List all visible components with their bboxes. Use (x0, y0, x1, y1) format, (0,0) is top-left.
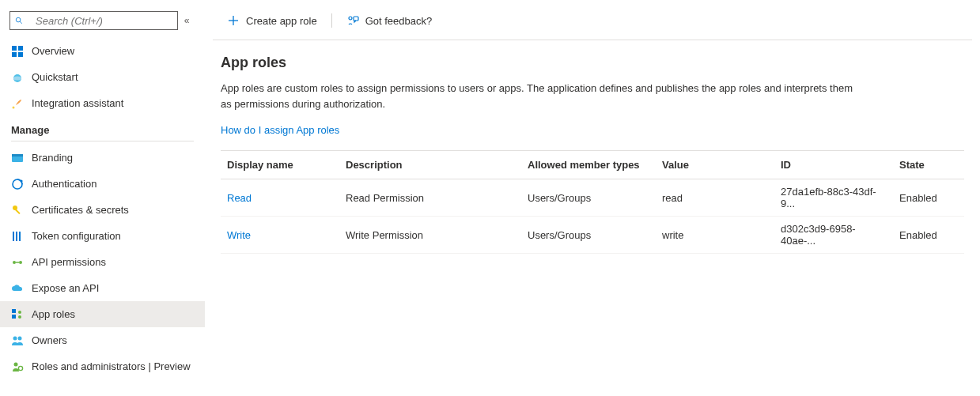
search-box[interactable] (9, 11, 178, 30)
svg-point-23 (18, 311, 21, 314)
sidebar: « Overview Quickstart Integration assist… (0, 0, 205, 396)
nav-label: Expose an API (32, 282, 99, 294)
svg-point-24 (18, 315, 21, 319)
table-row[interactable]: Write Write Permission Users/Groups writ… (221, 217, 964, 254)
table-row[interactable]: Read Read Permission Users/Groups read 2… (221, 179, 964, 217)
token-icon (11, 230, 24, 243)
nav-quickstart[interactable]: Quickstart (0, 64, 205, 90)
cell-state: Enabled (893, 217, 964, 254)
cell-id: d302c3d9-6958-40ae-... (774, 217, 893, 254)
cell-id: 27da1efb-88c3-43df-9... (774, 179, 893, 217)
cell-types: Users/Groups (521, 217, 656, 254)
svg-point-26 (18, 336, 22, 340)
th-value[interactable]: Value (656, 151, 774, 179)
feedback-icon (346, 14, 359, 27)
cell-name[interactable]: Write (221, 217, 339, 254)
toolbar: Create app role Got feedback? (213, 11, 972, 40)
svg-point-8 (13, 106, 15, 108)
svg-point-27 (14, 362, 18, 366)
svg-rect-32 (354, 17, 358, 21)
th-state[interactable]: State (893, 151, 964, 179)
nav-roles-administrators[interactable]: Roles and administrators | Preview (0, 353, 205, 379)
svg-line-1 (20, 21, 22, 24)
svg-point-18 (13, 261, 16, 264)
nav-label: API permissions (32, 256, 106, 268)
quickstart-icon (11, 71, 24, 84)
nav-label: Overview (32, 45, 74, 57)
nav-label: App roles (32, 308, 75, 320)
nav-overview[interactable]: Overview (0, 38, 205, 64)
page-title: App roles (221, 55, 964, 71)
nav-token-configuration[interactable]: Token configuration (0, 223, 205, 249)
cell-types: Users/Groups (521, 179, 656, 217)
svg-point-0 (16, 17, 21, 22)
svg-point-12 (20, 179, 22, 182)
svg-rect-4 (12, 52, 17, 57)
cloud-icon (11, 282, 24, 295)
nav-label: Roles and administrators | Preview (32, 360, 191, 372)
svg-rect-2 (12, 46, 17, 51)
svg-point-19 (19, 261, 22, 264)
th-types[interactable]: Allowed member types (521, 151, 656, 179)
search-input[interactable] (36, 15, 172, 27)
search-icon (15, 14, 28, 27)
nav-authentication[interactable]: Authentication (0, 171, 205, 197)
nav-label: Branding (32, 152, 73, 164)
chevron-double-left-icon: « (184, 15, 190, 26)
nav-app-roles[interactable]: App roles (0, 301, 205, 327)
divider (331, 13, 332, 28)
th-description[interactable]: Description (339, 151, 521, 179)
nav-label: Authentication (32, 178, 96, 190)
svg-rect-22 (12, 315, 16, 319)
svg-point-31 (349, 17, 352, 20)
app-roles-icon (11, 308, 24, 321)
rocket-icon (11, 97, 24, 110)
nav-label: Owners (32, 334, 67, 346)
owners-icon (11, 334, 24, 347)
th-name[interactable]: Display name (221, 151, 339, 179)
nav-integration-assistant[interactable]: Integration assistant (0, 90, 205, 116)
cell-desc: Read Permission (339, 179, 521, 217)
roles-admin-icon (11, 360, 24, 373)
authentication-icon (11, 178, 24, 190)
svg-rect-10 (12, 154, 23, 157)
svg-rect-17 (19, 232, 21, 241)
nav-label: Token configuration (32, 230, 121, 242)
th-id[interactable]: ID (774, 151, 893, 179)
toolbar-label: Got feedback? (365, 15, 433, 27)
create-app-role-button[interactable]: Create app role (221, 11, 324, 30)
help-link[interactable]: How do I assign App roles (221, 124, 339, 136)
nav-expose-api[interactable]: Expose an API (0, 275, 205, 301)
app-roles-table: Display name Description Allowed member … (221, 150, 964, 254)
branding-icon (11, 152, 24, 164)
nav-branding[interactable]: Branding (0, 145, 205, 171)
main: Create app role Got feedback? App roles … (205, 0, 980, 396)
svg-rect-15 (13, 232, 14, 241)
svg-rect-3 (18, 46, 23, 51)
manage-heading: Manage (0, 116, 205, 141)
svg-rect-21 (12, 309, 16, 313)
svg-rect-16 (16, 232, 17, 241)
cell-state: Enabled (893, 179, 964, 217)
plus-icon (227, 14, 240, 27)
cell-name[interactable]: Read (221, 179, 339, 217)
svg-rect-14 (15, 209, 21, 214)
svg-point-7 (13, 76, 21, 80)
nav-label: Certificates & secrets (32, 204, 129, 216)
nav-api-permissions[interactable]: API permissions (0, 249, 205, 275)
nav-owners[interactable]: Owners (0, 327, 205, 353)
overview-icon (11, 45, 24, 58)
cell-desc: Write Permission (339, 217, 521, 254)
divider (11, 141, 194, 141)
nav-label: Integration assistant (32, 97, 123, 109)
page-description: App roles are custom roles to assign per… (221, 81, 853, 111)
feedback-button[interactable]: Got feedback? (340, 11, 439, 30)
collapse-sidebar-button[interactable]: « (178, 15, 195, 26)
nav-certificates-secrets[interactable]: Certificates & secrets (0, 197, 205, 223)
svg-point-25 (13, 336, 17, 340)
cell-value: read (656, 179, 774, 217)
svg-point-28 (18, 366, 22, 370)
nav-label: Quickstart (32, 71, 78, 83)
toolbar-label: Create app role (246, 15, 317, 27)
svg-rect-5 (18, 52, 23, 57)
